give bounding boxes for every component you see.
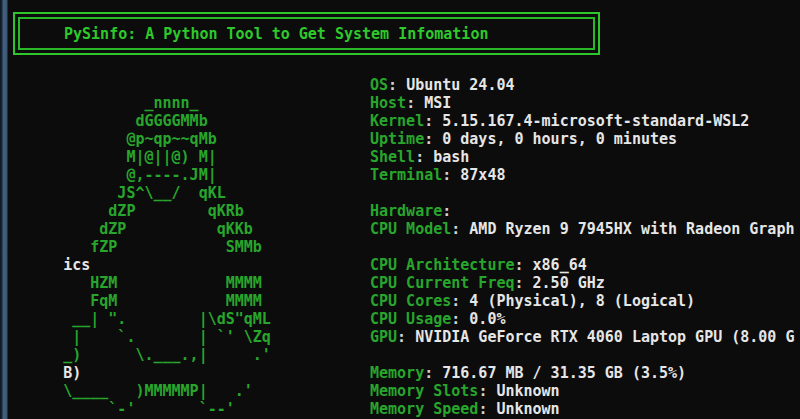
info-separator: : (451, 310, 469, 328)
terminal-row: _nnnn_ OS: Ubuntu 24.04 (9, 76, 800, 94)
terminal-output: _nnnn_ OS: Ubuntu 24.04 dGGGGMMb Host: M… (9, 76, 800, 418)
info-separator: : (515, 256, 533, 274)
info-label: Shell (370, 148, 415, 166)
info-line-host: Host: MSI (370, 94, 451, 112)
info-separator: : (397, 328, 415, 346)
info-value: Unknown (496, 382, 559, 400)
info-label: Hardware (370, 202, 442, 220)
info-separator: : (388, 76, 406, 94)
terminal-row: @,----.JM| Shell: bash (9, 148, 800, 166)
info-label: CPU Model (370, 220, 451, 238)
info-label: GPU (370, 328, 397, 346)
info-line-cpu-architecture: CPU Architecture: x86_64 (370, 256, 587, 274)
info-line-cpu-model: CPU Model: AMD Ryzen 9 7945HX with Radeo… (370, 220, 794, 238)
info-separator: : (442, 166, 460, 184)
info-line-kernel: Kernel: 5.15.167.4-microsoft-standard-WS… (370, 112, 749, 130)
info-separator: : (424, 130, 442, 148)
info-separator: : (424, 112, 442, 130)
info-label: CPU Architecture (370, 256, 515, 274)
info-value: NVIDIA GeForce RTX 4060 Laptop GPU (8.00… (415, 328, 794, 346)
info-separator: : (451, 220, 469, 238)
info-value: 0.0% (469, 310, 505, 328)
terminal-row: @p~qp~~qMb Kernel: 5.15.167.4-microsoft-… (9, 112, 800, 130)
terminal-row: ics : (9, 238, 800, 256)
info-separator: : (478, 400, 496, 418)
app-title: PySinfo: A Python Tool to Get System Inf… (20, 25, 488, 43)
info-line-memory-slots: Memory Slots: Unknown (370, 382, 560, 400)
terminal-row: fZP SMMb CPU Model: AMD Ryzen 9 7945HX w… (9, 220, 800, 238)
terminal-row: Memory Speed: Unknown (9, 400, 800, 418)
info-label: Host (370, 94, 406, 112)
terminal-row: _) \.___.,| .' GPU: NVIDIA GeForce RTX 4… (9, 328, 800, 346)
info-value: bash (433, 148, 469, 166)
info-separator: : (415, 148, 433, 166)
terminal-row: \____ )MMMMMP| .' Memory: 716.67 MB / 31… (9, 364, 800, 382)
window-edge-strip (0, 0, 8, 419)
info-separator: : (478, 382, 496, 400)
info-value: 2.50 GHz (533, 274, 605, 292)
terminal-row: JS^\__/ qKL Terminal: 87x48 (9, 166, 800, 184)
terminal-row: M|@||@) M| Uptime: 0 days, 0 hours, 0 mi… (9, 130, 800, 148)
info-line-hardware-header: Hardware: (370, 202, 460, 220)
terminal-row: | `. | `' \Zq CPU Usage: 0.0% (9, 310, 800, 328)
title-banner-inner-border: PySinfo: A Python Tool to Get System Inf… (18, 17, 595, 50)
info-value: 5.15.167.4-microsoft-standard-WSL2 (442, 112, 749, 130)
info-separator: : (424, 364, 442, 382)
info-separator: : (442, 202, 460, 220)
info-line-cpu-usage: CPU Usage: 0.0% (370, 310, 505, 328)
info-label: CPU Cores (370, 292, 451, 310)
terminal-row: HZM MMMM CPU Architecture: x86_64 (9, 256, 800, 274)
info-value: AMD Ryzen 9 7945HX with Radeon Graph (469, 220, 794, 238)
info-line-memory: Memory: 716.67 MB / 31.35 GB (3.5%) (370, 364, 686, 382)
info-separator: : (515, 274, 533, 292)
terminal-row: B) : (9, 346, 800, 364)
info-label: Terminal (370, 166, 442, 184)
info-label: OS (370, 76, 388, 94)
info-separator: : (406, 94, 424, 112)
info-line-uptime: Uptime: 0 days, 0 hours, 0 minutes (370, 130, 677, 148)
terminal-row: dZP qKKb Hardware: (9, 202, 800, 220)
terminal-row: dGGGGMMb Host: MSI (9, 94, 800, 112)
info-line-cpu-freq: CPU Current Freq: 2.50 GHz (370, 274, 605, 292)
title-banner-box: PySinfo: A Python Tool to Get System Inf… (13, 12, 600, 55)
info-label: Uptime (370, 130, 424, 148)
info-value: 4 (Physical), 8 (Logical) (469, 292, 695, 310)
info-separator: : (451, 292, 469, 310)
info-label: Kernel (370, 112, 424, 130)
info-value: 716.67 MB / 31.35 GB (3.5%) (442, 364, 686, 382)
terminal-row: `-' `--' Memory Slots: Unknown (9, 382, 800, 400)
info-value: x86_64 (533, 256, 587, 274)
info-label: Memory (370, 364, 424, 382)
info-label: Memory Speed (370, 400, 478, 418)
info-value: 87x48 (460, 166, 505, 184)
info-line-cpu-cores: CPU Cores: 4 (Physical), 8 (Logical) (370, 292, 695, 310)
info-line-gpu: GPU: NVIDIA GeForce RTX 4060 Laptop GPU … (370, 328, 794, 346)
terminal-screen[interactable]: PySinfo: A Python Tool to Get System Inf… (0, 0, 800, 419)
info-label: Memory Slots (370, 382, 478, 400)
info-value: Unknown (496, 400, 559, 418)
info-line-os: OS: Ubuntu 24.04 (370, 76, 515, 94)
info-line-shell: Shell: bash (370, 148, 469, 166)
info-value: 0 days, 0 hours, 0 minutes (442, 130, 677, 148)
info-label: CPU Usage (370, 310, 451, 328)
info-line-memory-speed: Memory Speed: Unknown (370, 400, 560, 418)
terminal-row: __| ". |\dS"qML CPU Cores: 4 (Physical),… (9, 292, 800, 310)
info-line-terminal: Terminal: 87x48 (370, 166, 505, 184)
info-value: Ubuntu 24.04 (406, 76, 514, 94)
info-value: MSI (424, 94, 451, 112)
terminal-row: FqM MMMM CPU Current Freq: 2.50 GHz (9, 274, 800, 292)
terminal-row: dZP qKRb : (9, 184, 800, 202)
info-label: CPU Current Freq (370, 274, 515, 292)
